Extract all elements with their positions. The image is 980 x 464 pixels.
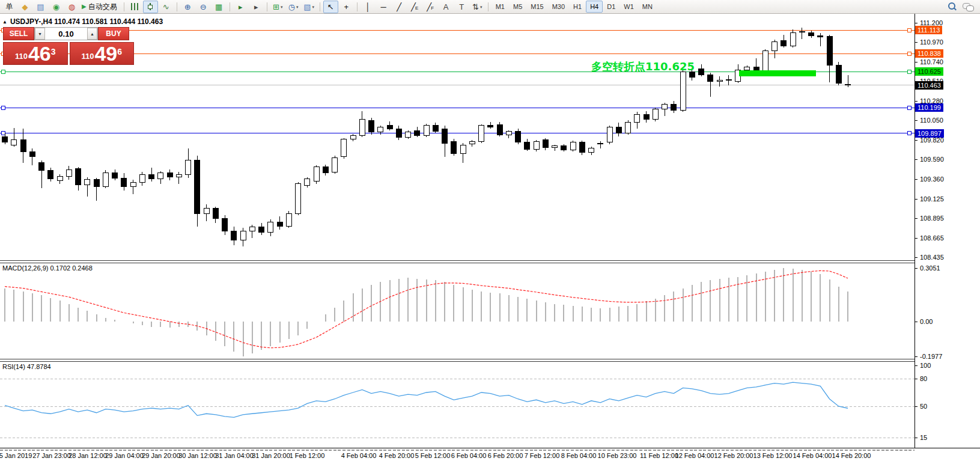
volume-input[interactable] bbox=[45, 28, 87, 40]
radar-signal-icon[interactable]: ◉ bbox=[49, 1, 64, 13]
buy-button[interactable]: BUY bbox=[98, 27, 129, 40]
time-axis-label: 30 Jan 12:00 bbox=[178, 452, 217, 459]
one-click-trading-panel: SELL ▼ ▲ BUY 110463 110496 bbox=[3, 27, 134, 65]
toolbar-separator bbox=[177, 2, 177, 11]
axis-tick: 108.895 bbox=[915, 214, 944, 222]
toolbar-separator bbox=[124, 2, 124, 11]
time-axis-label: 12 Feb 20:00 bbox=[714, 452, 753, 459]
time-axis-label: 11 Feb 12:00 bbox=[640, 452, 678, 459]
text-label-icon[interactable]: T bbox=[454, 1, 469, 13]
pivot-annotation-text: 多空转折点110.625 bbox=[591, 60, 695, 74]
news-icon[interactable]: ◍ bbox=[64, 1, 79, 13]
axis-tick: 50 bbox=[915, 402, 927, 411]
axis-tick: 109.125 bbox=[915, 195, 944, 203]
search-icon[interactable] bbox=[946, 1, 957, 12]
vertical-line-icon[interactable]: │ bbox=[361, 1, 376, 13]
sell-price-big: 46 bbox=[28, 46, 51, 63]
toolbar-separator bbox=[488, 2, 488, 11]
price-level-badge: 110.838 bbox=[915, 49, 943, 58]
timeframe-m5[interactable]: M5 bbox=[509, 1, 526, 13]
toolbar-separator bbox=[320, 2, 320, 11]
collapse-icon[interactable]: ▲ bbox=[2, 19, 7, 25]
time-axis-label: 13 Feb 12:00 bbox=[753, 452, 793, 459]
timeframe-m1[interactable]: M1 bbox=[492, 1, 509, 13]
axis-tick: 110.970 bbox=[915, 38, 943, 46]
timeframe-toolbar: M1M5M15M30H1H4D1W1MN bbox=[492, 1, 657, 13]
timeframe-h1[interactable]: H1 bbox=[569, 1, 586, 13]
chart-title-text: USDJPY-,H4 110.474 110.581 110.444 110.4… bbox=[10, 17, 163, 26]
time-axis-label: 31 Jan 04:00 bbox=[215, 452, 254, 459]
bar-chart-icon[interactable] bbox=[127, 1, 142, 13]
fibonacci-icon[interactable]: ╱F bbox=[423, 1, 438, 13]
timeframe-w1[interactable]: W1 bbox=[619, 1, 638, 13]
cursor-icon[interactable]: ↖ bbox=[323, 1, 338, 13]
buy-price-prefix: 110 bbox=[81, 52, 94, 61]
rsi-indicator-label: RSI(14) 47.8784 bbox=[2, 363, 51, 370]
chart-shift-icon[interactable]: ▸ bbox=[249, 1, 264, 13]
time-axis-label: 12 Feb 04:00 bbox=[675, 452, 714, 459]
buy-price-big: 49 bbox=[94, 46, 117, 63]
toolbar-separator bbox=[357, 2, 358, 11]
axis-tick: 108.435 bbox=[915, 253, 944, 261]
time-axis-label: 27 Jan 23:00 bbox=[32, 452, 71, 459]
time-axis-label: 14 Feb 04:00 bbox=[793, 452, 832, 459]
trendline-icon[interactable]: ╱ bbox=[392, 1, 407, 13]
time-axis-label: 29 Jan 04:00 bbox=[105, 452, 144, 459]
price-axis[interactable]: 111.200110.970110.740110.510110.280110.0… bbox=[915, 14, 980, 448]
timeframe-h4[interactable]: H4 bbox=[586, 1, 603, 13]
tile-windows-icon[interactable]: ▦ bbox=[212, 1, 227, 13]
auto-scroll-icon[interactable]: ▸ bbox=[233, 1, 248, 13]
gold-icon[interactable]: ◆ bbox=[17, 1, 32, 13]
time-axis-label: 28 Jan 12:00 bbox=[68, 452, 107, 459]
terminal-window-icon[interactable]: ▤ bbox=[33, 1, 48, 13]
time-axis-label: 7 Feb 12:00 bbox=[525, 452, 560, 459]
timeframe-mn[interactable]: MN bbox=[638, 1, 657, 13]
time-axis-border bbox=[0, 448, 980, 448]
zoom-in-icon[interactable]: ⊕ bbox=[180, 1, 195, 13]
periods-icon[interactable]: ◷▾ bbox=[286, 1, 301, 13]
timeframe-m15[interactable]: M15 bbox=[526, 1, 547, 13]
templates-icon[interactable]: ▧▾ bbox=[302, 1, 317, 13]
time-axis-label: 10 Feb 23:00 bbox=[598, 452, 637, 459]
line-chart-icon[interactable]: ∿ bbox=[159, 1, 174, 13]
rsi-panel-divider[interactable] bbox=[0, 359, 980, 362]
macd-panel-divider[interactable] bbox=[0, 260, 980, 263]
timeframe-m30[interactable]: M30 bbox=[548, 1, 569, 13]
time-axis-label: 6 Feb 20:00 bbox=[488, 452, 523, 459]
zoom-out-icon[interactable]: ⊖ bbox=[196, 1, 211, 13]
new-chart-icon[interactable]: ⊞▾ bbox=[270, 1, 285, 13]
price-level-badge: 111.113 bbox=[915, 26, 942, 34]
text-icon[interactable]: A bbox=[439, 1, 454, 13]
time-axis-label: 6 Feb 04:00 bbox=[451, 452, 487, 459]
sell-price-prefix: 110 bbox=[15, 52, 28, 61]
time-axis-label: 14 Feb 20:00 bbox=[832, 452, 871, 459]
time-axis-label: 5 Feb 12:00 bbox=[415, 452, 451, 459]
axis-tick: 0.00 bbox=[915, 317, 933, 326]
volume-decrease-button[interactable]: ▼ bbox=[35, 28, 45, 40]
axis-tick: 109.360 bbox=[915, 175, 944, 183]
axis-tick: 80 bbox=[915, 374, 927, 383]
chat-icon[interactable] bbox=[961, 1, 975, 12]
time-axis-label: 31 Jan 20:00 bbox=[252, 452, 290, 459]
axis-tick: 15 bbox=[915, 433, 927, 442]
arrows-tool-icon[interactable]: ⇅▾ bbox=[470, 1, 485, 13]
volume-increase-button[interactable]: ▲ bbox=[87, 28, 97, 40]
new-order-button[interactable]: 单 bbox=[2, 1, 17, 13]
auto-trading-button[interactable]: ▶自动交易 bbox=[80, 1, 121, 13]
chart-title: ▲ USDJPY-,H4 110.474 110.581 110.444 110… bbox=[2, 17, 163, 26]
axis-tick: 110.050 bbox=[915, 116, 943, 124]
axis-tick: -0.1977 bbox=[915, 352, 942, 361]
crosshair-icon[interactable]: + bbox=[339, 1, 354, 13]
axis-tick: 0.3051 bbox=[915, 264, 940, 272]
time-axis-label: 25 Jan 2019 bbox=[0, 452, 32, 459]
horizontal-line-icon[interactable]: ─ bbox=[376, 1, 391, 13]
axis-tick: 110.740 bbox=[915, 58, 943, 66]
chart-canvas[interactable] bbox=[0, 0, 980, 464]
buy-price-box[interactable]: 110496 bbox=[70, 42, 135, 65]
sell-price-box[interactable]: 110463 bbox=[3, 42, 68, 65]
candlestick-chart-icon[interactable] bbox=[143, 1, 158, 13]
timeframe-d1[interactable]: D1 bbox=[603, 1, 619, 13]
sell-button[interactable]: SELL bbox=[3, 27, 34, 40]
toolbar-separator bbox=[230, 2, 230, 11]
equidistant-channel-icon[interactable]: ╱E bbox=[407, 1, 422, 13]
